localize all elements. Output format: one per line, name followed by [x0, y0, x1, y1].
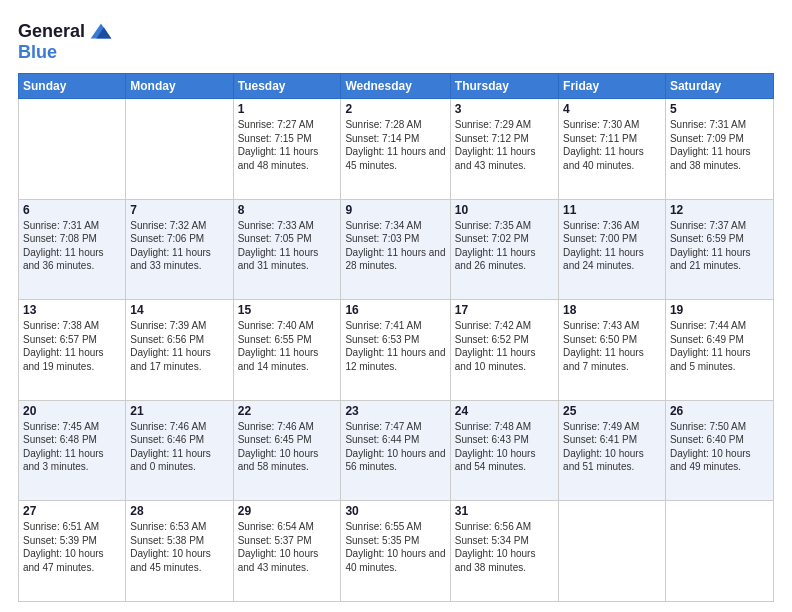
- calendar-cell: 5Sunrise: 7:31 AM Sunset: 7:09 PM Daylig…: [665, 99, 773, 200]
- day-info: Sunrise: 6:51 AM Sunset: 5:39 PM Dayligh…: [23, 520, 121, 574]
- calendar-cell: 22Sunrise: 7:46 AM Sunset: 6:45 PM Dayli…: [233, 400, 341, 501]
- day-info: Sunrise: 7:42 AM Sunset: 6:52 PM Dayligh…: [455, 319, 554, 373]
- day-info: Sunrise: 7:29 AM Sunset: 7:12 PM Dayligh…: [455, 118, 554, 172]
- day-info: Sunrise: 7:40 AM Sunset: 6:55 PM Dayligh…: [238, 319, 337, 373]
- day-info: Sunrise: 7:37 AM Sunset: 6:59 PM Dayligh…: [670, 219, 769, 273]
- calendar-cell: 1Sunrise: 7:27 AM Sunset: 7:15 PM Daylig…: [233, 99, 341, 200]
- day-info: Sunrise: 7:39 AM Sunset: 6:56 PM Dayligh…: [130, 319, 228, 373]
- logo: General Blue: [18, 18, 115, 63]
- calendar-cell: 31Sunrise: 6:56 AM Sunset: 5:34 PM Dayli…: [450, 501, 558, 602]
- day-info: Sunrise: 7:31 AM Sunset: 7:08 PM Dayligh…: [23, 219, 121, 273]
- calendar-cell: 20Sunrise: 7:45 AM Sunset: 6:48 PM Dayli…: [19, 400, 126, 501]
- day-info: Sunrise: 6:56 AM Sunset: 5:34 PM Dayligh…: [455, 520, 554, 574]
- calendar-cell: 23Sunrise: 7:47 AM Sunset: 6:44 PM Dayli…: [341, 400, 450, 501]
- calendar-cell: 19Sunrise: 7:44 AM Sunset: 6:49 PM Dayli…: [665, 300, 773, 401]
- calendar-cell: 6Sunrise: 7:31 AM Sunset: 7:08 PM Daylig…: [19, 199, 126, 300]
- calendar-cell: 21Sunrise: 7:46 AM Sunset: 6:46 PM Dayli…: [126, 400, 233, 501]
- calendar-cell: 13Sunrise: 7:38 AM Sunset: 6:57 PM Dayli…: [19, 300, 126, 401]
- logo-icon: [87, 18, 115, 46]
- calendar-table: SundayMondayTuesdayWednesdayThursdayFrid…: [18, 73, 774, 602]
- calendar-cell: 30Sunrise: 6:55 AM Sunset: 5:35 PM Dayli…: [341, 501, 450, 602]
- calendar-cell: 14Sunrise: 7:39 AM Sunset: 6:56 PM Dayli…: [126, 300, 233, 401]
- calendar-cell: 10Sunrise: 7:35 AM Sunset: 7:02 PM Dayli…: [450, 199, 558, 300]
- calendar-week-row: 1Sunrise: 7:27 AM Sunset: 7:15 PM Daylig…: [19, 99, 774, 200]
- day-number: 3: [455, 102, 554, 116]
- day-number: 19: [670, 303, 769, 317]
- day-info: Sunrise: 7:49 AM Sunset: 6:41 PM Dayligh…: [563, 420, 661, 474]
- day-info: Sunrise: 7:34 AM Sunset: 7:03 PM Dayligh…: [345, 219, 445, 273]
- day-info: Sunrise: 7:35 AM Sunset: 7:02 PM Dayligh…: [455, 219, 554, 273]
- day-number: 25: [563, 404, 661, 418]
- calendar-cell: 9Sunrise: 7:34 AM Sunset: 7:03 PM Daylig…: [341, 199, 450, 300]
- calendar-header: SundayMondayTuesdayWednesdayThursdayFrid…: [19, 74, 774, 99]
- day-info: Sunrise: 7:32 AM Sunset: 7:06 PM Dayligh…: [130, 219, 228, 273]
- day-info: Sunrise: 7:46 AM Sunset: 6:45 PM Dayligh…: [238, 420, 337, 474]
- header: General Blue: [18, 18, 774, 63]
- calendar-cell: 18Sunrise: 7:43 AM Sunset: 6:50 PM Dayli…: [559, 300, 666, 401]
- calendar-week-row: 6Sunrise: 7:31 AM Sunset: 7:08 PM Daylig…: [19, 199, 774, 300]
- calendar-cell: 4Sunrise: 7:30 AM Sunset: 7:11 PM Daylig…: [559, 99, 666, 200]
- calendar-body: 1Sunrise: 7:27 AM Sunset: 7:15 PM Daylig…: [19, 99, 774, 602]
- calendar-cell: 12Sunrise: 7:37 AM Sunset: 6:59 PM Dayli…: [665, 199, 773, 300]
- day-number: 31: [455, 504, 554, 518]
- day-number: 4: [563, 102, 661, 116]
- day-number: 12: [670, 203, 769, 217]
- day-info: Sunrise: 7:44 AM Sunset: 6:49 PM Dayligh…: [670, 319, 769, 373]
- day-number: 20: [23, 404, 121, 418]
- calendar-cell: 15Sunrise: 7:40 AM Sunset: 6:55 PM Dayli…: [233, 300, 341, 401]
- weekday-header: Monday: [126, 74, 233, 99]
- calendar-cell: [126, 99, 233, 200]
- day-number: 29: [238, 504, 337, 518]
- calendar-cell: [19, 99, 126, 200]
- day-number: 5: [670, 102, 769, 116]
- day-number: 15: [238, 303, 337, 317]
- day-info: Sunrise: 7:33 AM Sunset: 7:05 PM Dayligh…: [238, 219, 337, 273]
- calendar-cell: 7Sunrise: 7:32 AM Sunset: 7:06 PM Daylig…: [126, 199, 233, 300]
- day-info: Sunrise: 7:36 AM Sunset: 7:00 PM Dayligh…: [563, 219, 661, 273]
- day-number: 6: [23, 203, 121, 217]
- calendar-cell: 27Sunrise: 6:51 AM Sunset: 5:39 PM Dayli…: [19, 501, 126, 602]
- day-info: Sunrise: 7:45 AM Sunset: 6:48 PM Dayligh…: [23, 420, 121, 474]
- day-info: Sunrise: 7:43 AM Sunset: 6:50 PM Dayligh…: [563, 319, 661, 373]
- calendar-cell: 29Sunrise: 6:54 AM Sunset: 5:37 PM Dayli…: [233, 501, 341, 602]
- day-number: 16: [345, 303, 445, 317]
- day-info: Sunrise: 6:54 AM Sunset: 5:37 PM Dayligh…: [238, 520, 337, 574]
- day-number: 1: [238, 102, 337, 116]
- day-number: 23: [345, 404, 445, 418]
- day-info: Sunrise: 7:31 AM Sunset: 7:09 PM Dayligh…: [670, 118, 769, 172]
- calendar-cell: 25Sunrise: 7:49 AM Sunset: 6:41 PM Dayli…: [559, 400, 666, 501]
- calendar-cell: [665, 501, 773, 602]
- day-number: 11: [563, 203, 661, 217]
- day-info: Sunrise: 6:53 AM Sunset: 5:38 PM Dayligh…: [130, 520, 228, 574]
- day-number: 10: [455, 203, 554, 217]
- day-number: 8: [238, 203, 337, 217]
- calendar-cell: 11Sunrise: 7:36 AM Sunset: 7:00 PM Dayli…: [559, 199, 666, 300]
- day-info: Sunrise: 7:28 AM Sunset: 7:14 PM Dayligh…: [345, 118, 445, 172]
- calendar-week-row: 13Sunrise: 7:38 AM Sunset: 6:57 PM Dayli…: [19, 300, 774, 401]
- day-info: Sunrise: 7:41 AM Sunset: 6:53 PM Dayligh…: [345, 319, 445, 373]
- day-number: 13: [23, 303, 121, 317]
- day-info: Sunrise: 7:50 AM Sunset: 6:40 PM Dayligh…: [670, 420, 769, 474]
- weekday-header: Wednesday: [341, 74, 450, 99]
- weekday-header: Saturday: [665, 74, 773, 99]
- calendar-cell: 8Sunrise: 7:33 AM Sunset: 7:05 PM Daylig…: [233, 199, 341, 300]
- day-info: Sunrise: 7:47 AM Sunset: 6:44 PM Dayligh…: [345, 420, 445, 474]
- day-number: 14: [130, 303, 228, 317]
- day-number: 27: [23, 504, 121, 518]
- day-number: 17: [455, 303, 554, 317]
- weekday-header: Tuesday: [233, 74, 341, 99]
- day-number: 18: [563, 303, 661, 317]
- weekday-row: SundayMondayTuesdayWednesdayThursdayFrid…: [19, 74, 774, 99]
- day-number: 21: [130, 404, 228, 418]
- weekday-header: Thursday: [450, 74, 558, 99]
- day-number: 28: [130, 504, 228, 518]
- day-info: Sunrise: 6:55 AM Sunset: 5:35 PM Dayligh…: [345, 520, 445, 574]
- calendar-cell: 17Sunrise: 7:42 AM Sunset: 6:52 PM Dayli…: [450, 300, 558, 401]
- day-info: Sunrise: 7:38 AM Sunset: 6:57 PM Dayligh…: [23, 319, 121, 373]
- weekday-header: Friday: [559, 74, 666, 99]
- day-info: Sunrise: 7:30 AM Sunset: 7:11 PM Dayligh…: [563, 118, 661, 172]
- calendar-week-row: 27Sunrise: 6:51 AM Sunset: 5:39 PM Dayli…: [19, 501, 774, 602]
- calendar-cell: 26Sunrise: 7:50 AM Sunset: 6:40 PM Dayli…: [665, 400, 773, 501]
- calendar-cell: 16Sunrise: 7:41 AM Sunset: 6:53 PM Dayli…: [341, 300, 450, 401]
- logo-text: General: [18, 22, 85, 42]
